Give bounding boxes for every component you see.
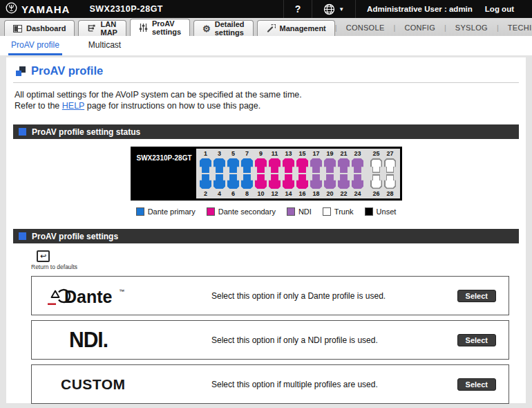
legend-item: Dante secondary bbox=[207, 207, 276, 216]
port-column: 34 bbox=[213, 149, 227, 198]
custom-logo-text: CUSTOM bbox=[61, 376, 126, 393]
return-to-defaults-label: Return to defaults bbox=[31, 263, 73, 270]
tab-detailed-settings[interactable]: ⚙ Detailed settings bbox=[193, 20, 253, 36]
port-number: 6 bbox=[231, 189, 235, 198]
tab-proav-settings[interactable]: ProAV settings bbox=[130, 19, 190, 36]
svg-text:Dante: Dante bbox=[64, 287, 113, 306]
port-status bbox=[352, 174, 363, 189]
port-status bbox=[370, 174, 382, 189]
language-selector[interactable]: ▼ bbox=[323, 3, 344, 15]
port-status bbox=[296, 158, 308, 173]
console-link[interactable]: CONSOLE bbox=[337, 24, 394, 32]
port-status bbox=[338, 174, 350, 189]
lan-map-icon bbox=[87, 24, 96, 33]
subtab-proav-profile[interactable]: ProAV profile bbox=[8, 40, 62, 55]
gear-icon: ⚙ bbox=[202, 24, 211, 33]
port-status bbox=[269, 158, 281, 173]
return-to-defaults-button[interactable]: ↩ Return to defaults bbox=[31, 250, 73, 270]
custom-select-button[interactable]: Select bbox=[457, 378, 496, 391]
syslog-link[interactable]: SYSLOG bbox=[446, 24, 497, 32]
techinfo-link[interactable]: TECHINFO bbox=[499, 24, 532, 32]
chevron-down-icon: ▼ bbox=[339, 6, 344, 12]
description-line-2: Refer to the bbox=[15, 101, 62, 111]
top-right-area: ? ▼ Administrative User : admin Log out bbox=[283, 0, 525, 18]
legend-item: Trunk bbox=[323, 207, 354, 216]
legend-label: Dante secondary bbox=[218, 207, 276, 216]
divider bbox=[13, 82, 519, 83]
section-bullet-icon bbox=[19, 232, 26, 240]
ndi-logo-text: NDI. bbox=[69, 328, 108, 353]
svg-text:™: ™ bbox=[119, 288, 124, 295]
port-number: 17 bbox=[312, 149, 319, 158]
tab-label: LAN MAP bbox=[100, 20, 117, 37]
content-card: ProAV profile All optimal settings for t… bbox=[6, 57, 526, 403]
sub-tab-bar: ProAV profile Multicast bbox=[0, 36, 532, 55]
tab-label: Detailed settings bbox=[215, 20, 245, 37]
port-legend: Dante primaryDante secondaryNDITrunkUnse… bbox=[13, 207, 519, 216]
port-number: 22 bbox=[340, 189, 347, 198]
help-button[interactable]: ? bbox=[295, 3, 301, 15]
port-number: 21 bbox=[340, 149, 347, 158]
yamaha-logo-icon bbox=[6, 2, 17, 17]
port-column: 1516 bbox=[296, 149, 310, 198]
legend-item: Unset bbox=[365, 207, 397, 216]
switch-model-label: SWX2310P-28GT bbox=[133, 149, 196, 198]
main-tab-bar: Dashboard LAN MAP bbox=[0, 18, 532, 36]
legend-label: Trunk bbox=[334, 207, 354, 216]
ndi-select-button[interactable]: Select bbox=[457, 334, 496, 346]
logout-link[interactable]: Log out bbox=[485, 5, 514, 13]
settings-section-header: ProAV profile settings bbox=[13, 229, 519, 243]
port-number: 7 bbox=[245, 149, 249, 158]
port-status bbox=[241, 174, 253, 189]
tab-lan-map[interactable]: LAN MAP bbox=[78, 20, 126, 36]
port-status bbox=[200, 174, 211, 189]
tab-dashboard[interactable]: Dashboard bbox=[4, 20, 75, 36]
port-column: 2122 bbox=[337, 149, 351, 198]
port-number: 4 bbox=[218, 189, 221, 198]
port-status bbox=[324, 174, 336, 189]
tab-label: Management bbox=[280, 24, 326, 33]
return-arrow-icon: ↩ bbox=[37, 250, 50, 262]
port-column: 2728 bbox=[383, 149, 397, 198]
user-zone: Administrative User : admin Log out bbox=[355, 0, 525, 18]
dante-select-button[interactable]: Select bbox=[457, 290, 496, 302]
port-number: 23 bbox=[354, 149, 361, 158]
port-status bbox=[213, 158, 225, 173]
legend-label: NDI bbox=[298, 207, 312, 216]
port-status bbox=[227, 158, 239, 173]
ndi-logo: NDI. bbox=[32, 328, 211, 352]
legend-swatch bbox=[365, 207, 373, 216]
port-number: 16 bbox=[298, 189, 305, 198]
help-link[interactable]: HELP bbox=[62, 101, 84, 111]
port-number: 28 bbox=[386, 189, 393, 198]
port-column: 2324 bbox=[351, 149, 365, 198]
custom-option-description: Select this option if multiple profiles … bbox=[211, 380, 457, 389]
port-status bbox=[255, 174, 267, 189]
subtab-multicast[interactable]: Multicast bbox=[86, 40, 124, 55]
settings-section-title: ProAV profile settings bbox=[32, 232, 118, 241]
port-column: 1112 bbox=[268, 149, 282, 198]
logged-in-user: Administrative User : admin bbox=[367, 5, 473, 13]
ndi-option-description: Select this option if only a NDI profile… bbox=[211, 335, 457, 345]
config-link[interactable]: CONFIG bbox=[395, 24, 444, 32]
port-column: 12 bbox=[199, 149, 213, 198]
content-frame: ProAV profile All optimal settings for t… bbox=[0, 55, 532, 408]
dante-logo: Dante ™ bbox=[32, 284, 211, 308]
option-row-ndi: NDI. Select this option if only a NDI pr… bbox=[31, 320, 509, 360]
port-status bbox=[241, 158, 253, 173]
port-number: 1 bbox=[204, 149, 207, 158]
tab-management[interactable]: Management bbox=[257, 20, 335, 36]
port-number: 15 bbox=[298, 149, 305, 158]
port-number: 25 bbox=[372, 149, 379, 158]
port-number: 20 bbox=[326, 189, 333, 198]
port-number: 12 bbox=[271, 189, 278, 198]
help-zone: ? bbox=[283, 0, 312, 18]
port-number: 9 bbox=[259, 149, 263, 158]
page-header: ProAV profile bbox=[13, 64, 519, 77]
description-line-2-suffix: page for instructions on how to use this… bbox=[84, 101, 260, 111]
port-status bbox=[338, 158, 350, 173]
page-title: ProAV profile bbox=[31, 64, 103, 77]
port-status bbox=[200, 158, 211, 173]
quick-links: | CONSOLE | CONFIG | SYSLOG | TECHINFO bbox=[335, 24, 532, 36]
port-status bbox=[296, 174, 308, 189]
